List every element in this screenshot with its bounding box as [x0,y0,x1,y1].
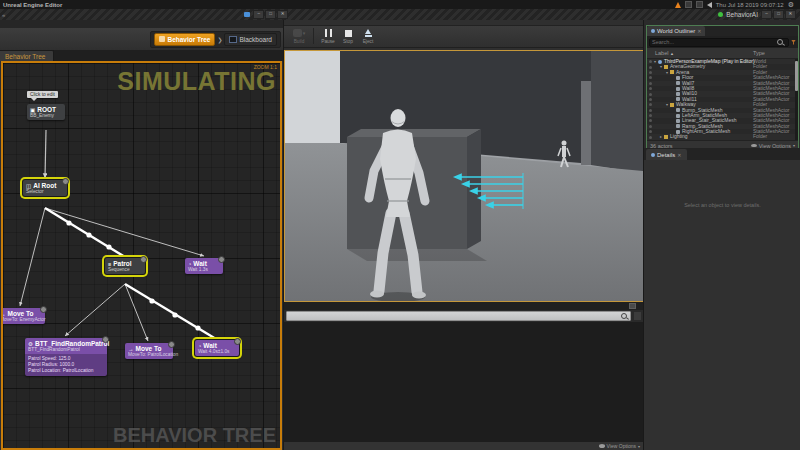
static-mesh-icon [676,114,680,118]
visibility-eye-icon[interactable] [649,130,652,133]
restore-button[interactable]: □ [265,10,276,19]
selector-icon: ◫ [26,183,31,189]
details-panel: Select an object to view details. [644,160,800,450]
static-mesh-icon [676,108,680,112]
asset-search-input[interactable] [286,311,631,321]
tray-icon-1[interactable] [685,1,692,8]
behavior-tree-mode-button[interactable]: Behavior Tree [154,33,215,46]
eye-icon [751,144,757,148]
speaker-icon[interactable] [707,2,712,8]
close-button[interactable]: ✕ [785,10,796,19]
root-icon: ▣ [30,107,35,113]
node-move-to-left[interactable]: →Move To MoveTo: EnemyActor [1,308,45,324]
visibility-eye-icon[interactable] [649,60,652,63]
root-comment-bubble[interactable]: Click to edit [27,91,58,98]
outliner-column-headers[interactable]: Label ▲ Type [647,48,798,59]
sort-arrow-icon: ▲ [670,51,674,56]
visibility-eye-icon[interactable] [649,82,652,85]
bt-document-tabstrip: Behavior Tree [0,50,283,61]
pie-viewport[interactable] [284,50,644,302]
outliner-search-input[interactable]: Search... [649,38,789,47]
visibility-eye-icon[interactable] [649,71,652,74]
close-button[interactable]: ✕ [277,10,288,19]
tab-details[interactable]: Details ✕ [646,149,687,160]
node-move-to-mid[interactable]: →Move To MoveTo: PatrolLocation [125,343,173,359]
pause-button[interactable]: Pause [318,28,338,44]
folder-icon [670,70,674,74]
stop-button[interactable]: Stop [338,28,358,44]
static-mesh-icon [676,92,680,96]
btt-properties: Patrol Speed: 125.0 Patrol Radius: 1000.… [25,354,107,376]
close-tab-icon[interactable]: ✕ [697,28,701,34]
visibility-eye-icon[interactable] [649,66,652,69]
vlc-icon[interactable] [675,2,681,8]
outliner-scrollbar[interactable] [795,59,798,140]
node-wait-lower[interactable]: ◔Wait Wait 4.0s±1.0s [195,340,239,356]
visibility-eye-icon[interactable] [649,109,652,112]
visibility-eye-icon[interactable] [649,87,652,90]
visibility-eye-icon[interactable] [649,119,652,122]
blackboard-mode-button[interactable]: Blackboard [224,33,277,46]
unreal-editor-screen: Unreal Engine Editor Thu Jul 18 2019 09:… [0,0,800,450]
node-patrol[interactable]: ≡Patrol Sequence [105,258,145,274]
content-browser-strip [284,302,644,310]
search-icon [621,313,627,319]
lock-icon[interactable] [629,303,636,309]
eject-button[interactable]: Eject [358,28,378,44]
outliner-row[interactable]: ▸LightingFolder [647,134,798,139]
observer-dot-icon [218,256,225,263]
tray-icon-2[interactable] [696,1,703,8]
collapse-chevrons-icon[interactable]: « [2,12,5,18]
minimize-button[interactable]: – [761,10,772,19]
folder-icon [670,103,674,107]
details-empty-text: Select an object to view details. [644,202,800,208]
tab-world-outliner[interactable]: World Outliner ✕ [647,26,705,36]
close-tab-icon[interactable]: ✕ [677,152,681,158]
bt-toolbar: Behavior Tree ❯ Blackboard [0,28,283,51]
doorway-gap [581,81,591,165]
content-browser-assets[interactable] [284,322,644,442]
view-options-button[interactable]: View Options [607,443,636,449]
visibility-eye-icon[interactable] [649,125,652,128]
observer-dot-icon [62,178,69,185]
editor-window-icon [244,12,250,17]
build-button[interactable]: ▾ Build [289,28,309,44]
static-mesh-icon [676,124,680,128]
node-wait-upper[interactable]: ◔Wait Wait 1.3s [185,258,223,274]
behavior-tree-editor-window: Behavior Tree ❯ Blackboard Behavior Tree… [0,20,283,450]
content-browser-footer: View Options ▾ [284,442,644,450]
settings-gear-icon[interactable]: ⚙ [788,1,794,8]
visibility-eye-icon[interactable] [649,98,652,101]
node-btt-find-random-patrol[interactable]: ⚙BTT_FindRandomPatrol BTT_FindRandomPatr… [25,338,107,376]
filter-funnel-icon[interactable] [791,40,796,45]
minimize-button[interactable]: – [253,10,264,19]
restore-button[interactable]: □ [773,10,784,19]
build-icon [293,29,302,37]
system-clock: Thu Jul 18 2019 09:07:12 [716,2,784,8]
right-window-buttons: – □ ✕ [761,10,796,19]
static-mesh-icon [676,87,680,91]
outliner-tabrow: World Outliner ✕ [647,26,798,36]
behavior-tree-graph[interactable]: ZOOM 1:1 SIMULATING BEHAVIOR TREE [1,61,282,450]
task-gear-icon: ⚙ [28,341,33,347]
details-icon [651,153,655,157]
visibility-eye-icon[interactable] [649,93,652,96]
visibility-eye-icon[interactable] [649,76,652,79]
stop-icon [345,30,352,37]
dropdown-arrow-icon[interactable]: ▾ [303,30,306,36]
observer-dot-icon [102,336,109,343]
simulating-status-dot [718,12,723,17]
node-ai-root[interactable]: ◫AI Root Selector [23,180,67,196]
window-titlebar-band: « – □ ✕ BehaviorAI – □ ✕ [0,9,800,20]
outliner-list: ▾ThirdPersonExampleMap (Play in Editor)W… [647,59,798,140]
visibility-eye-icon[interactable] [649,136,652,139]
tab-behavior-tree[interactable]: Behavior Tree [0,50,54,61]
visibility-eye-icon[interactable] [649,103,652,106]
visibility-eye-icon[interactable] [649,114,652,117]
node-root[interactable]: ▣ROOT BB_Enemy [27,104,65,120]
wait-clock-icon: ◔ [188,261,191,267]
content-browser-search-row [284,310,644,322]
static-mesh-icon [676,81,680,85]
move-to-icon: → [1,311,6,317]
filter-button[interactable] [633,311,642,321]
